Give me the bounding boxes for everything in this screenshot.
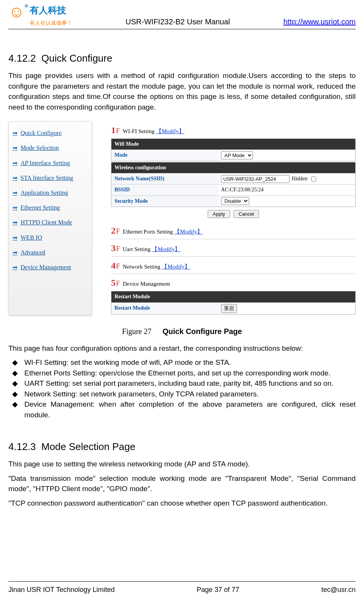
- footer-page: Page 37 of 77: [197, 585, 239, 595]
- nav-item-advanced[interactable]: ➡Advanced: [12, 245, 89, 260]
- arrow-right-icon: ➡: [13, 233, 17, 242]
- step-number: 4: [111, 261, 116, 270]
- nav-label: Advanced: [21, 248, 45, 257]
- screenshot-quick-configure: ➡Quick Configure ➡Mode Selection ➡AP Int…: [8, 121, 356, 315]
- arrow-right-icon: ➡: [13, 143, 17, 152]
- hidden-label: Hidden: [292, 175, 307, 183]
- section-title: Quick Configure: [41, 52, 112, 64]
- nav-label: WEB IO: [21, 233, 42, 242]
- paragraph: "TCP connection password authentication"…: [8, 498, 356, 509]
- nav-item-quick-configure[interactable]: ➡Quick Configure: [12, 126, 89, 140]
- nav-label: Quick Configure: [21, 129, 62, 137]
- nav-item-sta-interface[interactable]: ➡STA Interface Setting: [12, 170, 89, 185]
- webui-main: 1F WI-FI Setting Modify Wifi Mode Mode A…: [111, 121, 356, 315]
- figure-title: Quick Configure Page: [162, 327, 242, 336]
- nav-item-httpd-client[interactable]: ➡HTTPD Client Mode: [12, 215, 89, 230]
- page-footer: Jinan USR IOT Technology Limited Page 37…: [8, 581, 356, 595]
- figure-label: Figure 27: [122, 327, 151, 336]
- webui-sidebar: ➡Quick Configure ➡Mode Selection ➡AP Int…: [8, 121, 92, 315]
- section-number: 4.12.2: [8, 52, 36, 64]
- security-label: Security Mode: [111, 196, 219, 207]
- step4-header: 4F Network Setting Modify: [111, 259, 356, 272]
- step3-header: 3F Uart Setting Modify: [111, 242, 356, 255]
- logo-text-cn: 有人科技: [30, 5, 66, 15]
- block-title: Wifi Mode: [111, 139, 355, 150]
- paragraph: This page provides users with a method o…: [8, 70, 356, 112]
- block-title: Wireless configuration: [111, 162, 355, 173]
- logo-text-sub: 有人在认真做事！: [30, 20, 72, 26]
- paragraph: This page has four configuration options…: [8, 343, 356, 354]
- section-number: 4.12.3: [8, 441, 36, 452]
- bssid-value: AC:CF:23:08:25:24: [219, 185, 355, 195]
- paragraph: This page use to setting the wireless ne…: [8, 459, 356, 469]
- restart-label: Restart Module: [111, 303, 219, 313]
- arrow-right-icon: ➡: [13, 129, 17, 137]
- list-item: WI-FI Setting: set the working mode of w…: [8, 357, 356, 368]
- nav-item-device-mgmt[interactable]: ➡Device Management: [12, 260, 89, 275]
- section-title: Mode Selection Page: [41, 441, 135, 452]
- list-item: Device Management: when after completion…: [8, 399, 356, 420]
- step2-header: 2F Ethernet Ports Setting Modify: [111, 224, 356, 237]
- list-item: Network Setting: set network parameters,…: [8, 389, 356, 399]
- arrow-right-icon: ➡: [13, 203, 17, 212]
- mode-label: Mode: [111, 150, 219, 161]
- doc-site-link[interactable]: http://www.usriot.com: [283, 16, 356, 27]
- step-title: Ethernet Ports Setting: [123, 229, 173, 235]
- apply-button[interactable]: Apply: [208, 210, 230, 218]
- nav-label: STA Interface Setting: [21, 173, 73, 182]
- ssid-label: Network Name(SSID): [111, 173, 219, 184]
- logo-icon: ☺®: [8, 4, 28, 20]
- bullet-list: WI-FI Setting: set the working mode of w…: [8, 357, 356, 420]
- restart-button[interactable]: 重启: [221, 304, 237, 313]
- list-item: UART Setting: set serial port parameters…: [8, 378, 356, 389]
- step-title: WI-FI Setting: [123, 128, 155, 134]
- nav-label: Mode Selection: [21, 143, 59, 152]
- bssid-label: BSSID: [111, 185, 219, 195]
- doc-title: USR-WIFI232-B2 User Manual: [72, 16, 283, 27]
- section-heading-quick-configure: 4.12.2 Quick Configure: [8, 51, 356, 66]
- step-number: 3: [111, 243, 116, 253]
- nav-label: Application Setting: [21, 188, 68, 197]
- page-header: ☺® 有人科技 有人在认真做事！ USR-WIFI232-B2 User Man…: [8, 4, 356, 29]
- modify-link[interactable]: Modify: [156, 128, 184, 134]
- step-number: 1: [111, 125, 116, 135]
- nav-item-ap-interface[interactable]: ➡AP Interface Setting: [12, 156, 89, 170]
- nav-label: AP Interface Setting: [21, 159, 70, 167]
- nav-label: HTTPD Client Mode: [21, 218, 72, 227]
- hidden-checkbox[interactable]: [311, 177, 316, 181]
- nav-item-web-io[interactable]: ➡WEB IO: [12, 230, 89, 245]
- cancel-button[interactable]: Cancel: [234, 210, 259, 218]
- nav-label: Ethernet Setting: [21, 203, 60, 212]
- step-title: Device Management: [123, 281, 170, 287]
- logo: ☺® 有人科技 有人在认真做事！: [8, 4, 72, 27]
- section-heading-mode-selection: 4.12.3 Mode Selection Page: [8, 440, 356, 454]
- block-title: Restart Module: [111, 291, 355, 302]
- arrow-right-icon: ➡: [13, 173, 17, 182]
- restart-block: Restart Module Restart Module 重启: [111, 291, 356, 314]
- footer-email: tec@usr.cn: [321, 585, 356, 595]
- list-item: Ethernet Ports Setting: open/close the E…: [8, 368, 356, 379]
- nav-item-application[interactable]: ➡Application Setting: [12, 185, 89, 200]
- step-number: 2: [111, 226, 116, 235]
- arrow-right-icon: ➡: [13, 218, 17, 227]
- nav-label: Device Management: [21, 263, 71, 272]
- nav-item-ethernet[interactable]: ➡Ethernet Setting: [12, 200, 89, 215]
- step-title: Uart Setting: [123, 246, 151, 252]
- paragraph: "Data transmission mode" selection modul…: [8, 473, 356, 494]
- security-select[interactable]: Disable: [221, 197, 249, 205]
- modify-link[interactable]: Modify: [152, 246, 180, 252]
- arrow-right-icon: ➡: [13, 263, 17, 272]
- wifi-mode-block: Wifi Mode Mode AP Mode: [111, 138, 356, 161]
- mode-select[interactable]: AP Mode: [221, 151, 253, 159]
- modify-link[interactable]: Modify: [174, 229, 203, 235]
- arrow-right-icon: ➡: [13, 159, 17, 167]
- footer-company: Jinan USR IOT Technology Limited: [8, 585, 114, 595]
- arrow-right-icon: ➡: [13, 188, 17, 197]
- arrow-right-icon: ➡: [13, 248, 17, 257]
- step1-header: 1F WI-FI Setting Modify: [111, 124, 356, 137]
- ssid-input[interactable]: [221, 175, 289, 183]
- step5-header: 5F Device Management: [111, 276, 356, 289]
- step-title: Network Setting: [123, 264, 161, 270]
- nav-item-mode-selection[interactable]: ➡Mode Selection: [12, 140, 89, 155]
- modify-link[interactable]: Modify: [162, 264, 190, 270]
